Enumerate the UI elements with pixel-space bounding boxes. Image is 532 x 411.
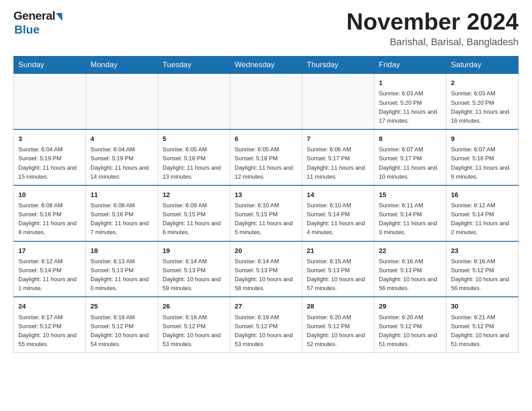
day-cell: 11Sunrise: 6:08 AMSunset: 5:16 PMDayligh… (86, 185, 158, 241)
day-cell: 10Sunrise: 6:08 AMSunset: 5:16 PMDayligh… (14, 185, 86, 241)
day-cell (86, 74, 158, 129)
day-cell (230, 74, 302, 129)
day-cell: 16Sunrise: 6:12 AMSunset: 5:14 PMDayligh… (446, 185, 519, 241)
day-info: Sunrise: 6:04 AMSunset: 5:19 PMDaylight:… (90, 145, 153, 181)
day-info: Sunrise: 6:04 AMSunset: 5:19 PMDaylight:… (18, 145, 81, 181)
day-info: Sunrise: 6:14 AMSunset: 5:13 PMDaylight:… (235, 257, 297, 293)
logo-general-text: General (13, 9, 55, 23)
day-number: 1 (379, 77, 442, 88)
day-cell: 3Sunrise: 6:04 AMSunset: 5:19 PMDaylight… (14, 129, 86, 185)
day-info: Sunrise: 6:10 AMSunset: 5:15 PMDaylight:… (235, 201, 297, 237)
calendar-table: SundayMondayTuesdayWednesdayThursdayFrid… (13, 56, 519, 353)
day-number: 17 (18, 245, 81, 256)
day-info: Sunrise: 6:18 AMSunset: 5:12 PMDaylight:… (90, 313, 153, 349)
day-number: 15 (379, 189, 442, 200)
day-number: 10 (18, 189, 81, 200)
page-header: General Blue November 2024 Barishal, Bar… (13, 9, 519, 48)
day-number: 5 (163, 133, 225, 144)
location: Barishal, Barisal, Bangladesh (347, 36, 519, 48)
day-info: Sunrise: 6:20 AMSunset: 5:12 PMDaylight:… (307, 313, 369, 349)
week-row-4: 17Sunrise: 6:12 AMSunset: 5:14 PMDayligh… (14, 241, 519, 297)
weekday-header-monday: Monday (86, 56, 158, 74)
day-number: 23 (451, 245, 514, 256)
day-cell (302, 74, 374, 129)
day-number: 3 (18, 133, 81, 144)
day-cell: 25Sunrise: 6:18 AMSunset: 5:12 PMDayligh… (86, 297, 158, 352)
logo-blue-text: Blue (14, 23, 39, 37)
day-cell: 26Sunrise: 6:18 AMSunset: 5:12 PMDayligh… (158, 297, 230, 352)
day-info: Sunrise: 6:05 AMSunset: 5:18 PMDaylight:… (235, 145, 297, 181)
day-cell: 20Sunrise: 6:14 AMSunset: 5:13 PMDayligh… (230, 241, 302, 297)
day-number: 18 (90, 245, 153, 256)
day-number: 25 (90, 301, 153, 311)
month-title: November 2024 (347, 9, 519, 34)
title-block: November 2024 Barishal, Barisal, Banglad… (347, 9, 519, 48)
day-cell: 19Sunrise: 6:14 AMSunset: 5:13 PMDayligh… (158, 241, 230, 297)
day-info: Sunrise: 6:08 AMSunset: 5:16 PMDaylight:… (90, 201, 153, 237)
weekday-header-wednesday: Wednesday (230, 56, 302, 74)
day-info: Sunrise: 6:18 AMSunset: 5:12 PMDaylight:… (163, 313, 225, 349)
weekday-header-friday: Friday (374, 56, 446, 74)
week-row-5: 24Sunrise: 6:17 AMSunset: 5:12 PMDayligh… (14, 297, 519, 352)
day-info: Sunrise: 6:19 AMSunset: 5:12 PMDaylight:… (235, 313, 297, 349)
day-info: Sunrise: 6:17 AMSunset: 5:12 PMDaylight:… (18, 313, 81, 349)
day-info: Sunrise: 6:03 AMSunset: 5:20 PMDaylight:… (379, 89, 442, 125)
day-info: Sunrise: 6:11 AMSunset: 5:14 PMDaylight:… (379, 201, 442, 237)
day-cell (14, 74, 86, 129)
day-number: 14 (307, 189, 369, 200)
day-number: 24 (18, 301, 81, 311)
day-cell: 29Sunrise: 6:20 AMSunset: 5:12 PMDayligh… (374, 297, 446, 352)
day-info: Sunrise: 6:14 AMSunset: 5:13 PMDaylight:… (163, 257, 225, 293)
weekday-header-tuesday: Tuesday (158, 56, 230, 74)
day-number: 6 (235, 133, 297, 144)
day-number: 22 (379, 245, 442, 256)
day-number: 2 (451, 77, 514, 88)
day-cell: 2Sunrise: 6:03 AMSunset: 5:20 PMDaylight… (446, 74, 519, 129)
weekday-header-saturday: Saturday (446, 56, 519, 74)
day-info: Sunrise: 6:12 AMSunset: 5:14 PMDaylight:… (18, 257, 81, 293)
day-cell: 15Sunrise: 6:11 AMSunset: 5:14 PMDayligh… (374, 185, 446, 241)
day-cell: 9Sunrise: 6:07 AMSunset: 5:16 PMDaylight… (446, 129, 519, 185)
day-cell: 17Sunrise: 6:12 AMSunset: 5:14 PMDayligh… (14, 241, 86, 297)
day-cell: 1Sunrise: 6:03 AMSunset: 5:20 PMDaylight… (374, 74, 446, 129)
day-cell: 5Sunrise: 6:05 AMSunset: 5:18 PMDaylight… (158, 129, 230, 185)
day-info: Sunrise: 6:10 AMSunset: 5:14 PMDaylight:… (307, 201, 369, 237)
day-cell: 13Sunrise: 6:10 AMSunset: 5:15 PMDayligh… (230, 185, 302, 241)
day-cell: 18Sunrise: 6:13 AMSunset: 5:13 PMDayligh… (86, 241, 158, 297)
week-row-1: 1Sunrise: 6:03 AMSunset: 5:20 PMDaylight… (14, 74, 519, 129)
weekday-header-thursday: Thursday (302, 56, 374, 74)
day-cell: 30Sunrise: 6:21 AMSunset: 5:12 PMDayligh… (446, 297, 519, 352)
day-number: 9 (451, 133, 514, 144)
day-info: Sunrise: 6:07 AMSunset: 5:17 PMDaylight:… (379, 145, 442, 181)
day-info: Sunrise: 6:15 AMSunset: 5:13 PMDaylight:… (307, 257, 369, 293)
week-row-2: 3Sunrise: 6:04 AMSunset: 5:19 PMDaylight… (14, 129, 519, 185)
day-cell: 27Sunrise: 6:19 AMSunset: 5:12 PMDayligh… (230, 297, 302, 352)
day-number: 29 (379, 301, 442, 311)
day-cell: 22Sunrise: 6:16 AMSunset: 5:13 PMDayligh… (374, 241, 446, 297)
day-info: Sunrise: 6:06 AMSunset: 5:17 PMDaylight:… (307, 145, 369, 181)
day-number: 28 (307, 301, 369, 311)
day-info: Sunrise: 6:16 AMSunset: 5:13 PMDaylight:… (379, 257, 442, 293)
day-cell: 21Sunrise: 6:15 AMSunset: 5:13 PMDayligh… (302, 241, 374, 297)
weekday-header-sunday: Sunday (14, 56, 86, 74)
day-number: 27 (235, 301, 297, 311)
day-cell: 12Sunrise: 6:09 AMSunset: 5:15 PMDayligh… (158, 185, 230, 241)
day-info: Sunrise: 6:07 AMSunset: 5:16 PMDaylight:… (451, 145, 514, 181)
day-number: 20 (235, 245, 297, 256)
day-info: Sunrise: 6:05 AMSunset: 5:18 PMDaylight:… (163, 145, 225, 181)
weekday-header-row: SundayMondayTuesdayWednesdayThursdayFrid… (14, 56, 519, 74)
day-cell: 8Sunrise: 6:07 AMSunset: 5:17 PMDaylight… (374, 129, 446, 185)
day-number: 26 (163, 301, 225, 311)
day-number: 12 (163, 189, 225, 200)
day-info: Sunrise: 6:16 AMSunset: 5:12 PMDaylight:… (451, 257, 514, 293)
day-info: Sunrise: 6:12 AMSunset: 5:14 PMDaylight:… (451, 201, 514, 237)
day-cell: 14Sunrise: 6:10 AMSunset: 5:14 PMDayligh… (302, 185, 374, 241)
week-row-3: 10Sunrise: 6:08 AMSunset: 5:16 PMDayligh… (14, 185, 519, 241)
day-cell: 28Sunrise: 6:20 AMSunset: 5:12 PMDayligh… (302, 297, 374, 352)
logo: General Blue (13, 9, 62, 37)
day-number: 8 (379, 133, 442, 144)
day-number: 21 (307, 245, 369, 256)
day-info: Sunrise: 6:20 AMSunset: 5:12 PMDaylight:… (379, 313, 442, 349)
day-number: 16 (451, 189, 514, 200)
day-cell: 24Sunrise: 6:17 AMSunset: 5:12 PMDayligh… (14, 297, 86, 352)
